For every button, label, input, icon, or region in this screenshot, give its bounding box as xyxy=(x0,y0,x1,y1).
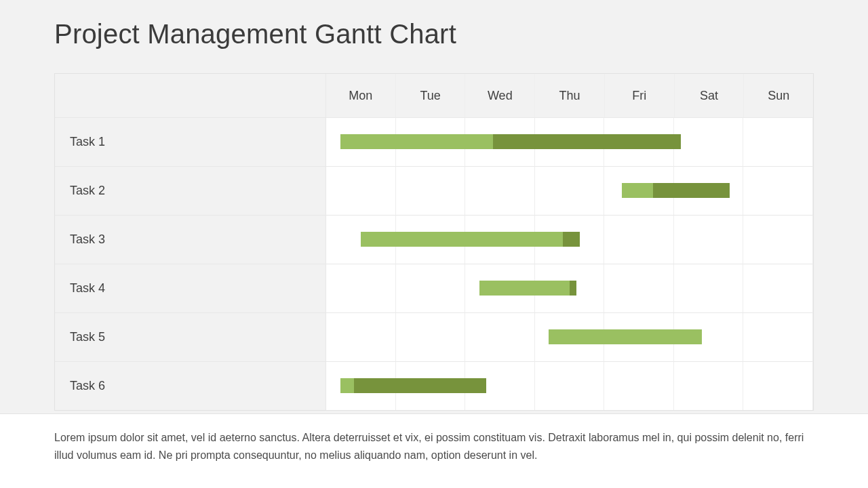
gantt-cell xyxy=(535,312,605,361)
gantt-row-days xyxy=(326,361,813,410)
gantt-task-label: Task 5 xyxy=(55,312,326,361)
gantt-header-days: MonTueWedThuFriSatSun xyxy=(326,74,813,117)
gantt-cell xyxy=(396,117,466,166)
gantt-cell xyxy=(396,215,466,264)
gantt-cell xyxy=(674,215,744,264)
gantt-task-label: Task 4 xyxy=(55,264,326,312)
gantt-cell xyxy=(396,361,466,410)
gantt-cell xyxy=(326,215,396,264)
gantt-cell xyxy=(743,312,813,361)
gantt-cell xyxy=(396,166,466,215)
gantt-header-row: MonTueWedThuFriSatSun xyxy=(55,74,813,117)
gantt-cell xyxy=(604,215,674,264)
gantt-task-label: Task 1 xyxy=(55,117,326,166)
gantt-cell xyxy=(326,166,396,215)
gantt-row: Task 5 xyxy=(55,312,813,361)
page-title: Project Management Gantt Chart xyxy=(54,19,456,49)
gantt-header-day: Mon xyxy=(326,74,396,117)
gantt-cell xyxy=(465,215,535,264)
gantt-header-day: Tue xyxy=(396,74,466,117)
gantt-row: Task 2 xyxy=(55,166,813,215)
gantt-header-day: Wed xyxy=(465,74,535,117)
gantt-row: Task 6 xyxy=(55,361,813,410)
gantt-task-label: Task 6 xyxy=(55,361,326,410)
gantt-cell xyxy=(465,361,535,410)
slide: Project Management Gantt Chart MonTueWed… xyxy=(0,0,868,488)
gantt-body: Task 1Task 2Task 3Task 4Task 5Task 6 xyxy=(55,117,813,410)
gantt-header-day: Fri xyxy=(605,74,675,117)
footer-text: Lorem ipsum dolor sit amet, vel id aeter… xyxy=(54,429,814,464)
gantt-cell xyxy=(326,361,396,410)
gantt-cell xyxy=(465,312,535,361)
gantt-row: Task 3 xyxy=(55,215,813,264)
gantt-cell xyxy=(743,117,813,166)
gantt-cell xyxy=(604,264,674,312)
gantt-row-days xyxy=(326,215,813,264)
gantt-cell xyxy=(743,264,813,312)
gantt-cell xyxy=(465,166,535,215)
gantt-cell xyxy=(604,117,674,166)
gantt-cell xyxy=(535,166,605,215)
gantt-row-days xyxy=(326,264,813,312)
gantt-cell xyxy=(674,361,744,410)
gantt-cell xyxy=(396,312,466,361)
gantt-row-days xyxy=(326,312,813,361)
gantt-cell xyxy=(604,166,674,215)
gantt-row: Task 4 xyxy=(55,264,813,312)
gantt-cell xyxy=(535,215,605,264)
gantt-task-label: Task 3 xyxy=(55,215,326,264)
gantt-cell xyxy=(674,264,744,312)
gantt-cell xyxy=(535,117,605,166)
gantt-header-day: Sun xyxy=(744,74,813,117)
gantt-cell xyxy=(465,264,535,312)
gantt-row: Task 1 xyxy=(55,117,813,166)
gantt-cell xyxy=(326,117,396,166)
footer: Lorem ipsum dolor sit amet, vel id aeter… xyxy=(0,413,868,488)
gantt-row-days xyxy=(326,166,813,215)
gantt-row-days xyxy=(326,117,813,166)
gantt-cell xyxy=(743,361,813,410)
gantt-cell xyxy=(535,264,605,312)
gantt-cell xyxy=(326,264,396,312)
gantt-cell xyxy=(674,166,744,215)
gantt-cell xyxy=(604,312,674,361)
gantt-cell xyxy=(674,312,744,361)
gantt-cell xyxy=(604,361,674,410)
gantt-cell xyxy=(674,117,744,166)
gantt-cell xyxy=(743,166,813,215)
gantt-header-task-col xyxy=(55,74,326,117)
gantt-cell xyxy=(465,117,535,166)
gantt-cell xyxy=(535,361,605,410)
gantt-header-day: Sat xyxy=(675,74,745,117)
gantt-task-label: Task 2 xyxy=(55,166,326,215)
gantt-header-day: Thu xyxy=(535,74,605,117)
gantt-cell xyxy=(396,264,466,312)
gantt-cell xyxy=(743,215,813,264)
gantt-chart: MonTueWedThuFriSatSun Task 1Task 2Task 3… xyxy=(54,73,814,411)
gantt-cell xyxy=(326,312,396,361)
